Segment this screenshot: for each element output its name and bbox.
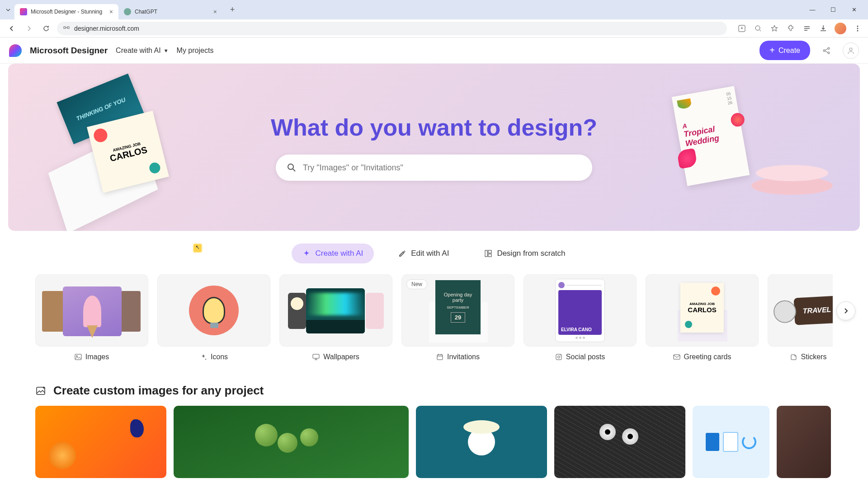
search-box[interactable]: [276, 155, 592, 181]
image-sparkle-icon: [35, 385, 47, 397]
svg-rect-21: [488, 250, 491, 253]
bookmark-icon[interactable]: [769, 23, 779, 33]
designer-favicon: [20, 8, 27, 15]
project-card[interactable]: [693, 406, 769, 478]
tropical-wedding-card: 05 15 26 A Tropical Wedding: [672, 86, 750, 186]
svg-point-17: [849, 48, 852, 51]
extensions-icon[interactable]: [786, 23, 796, 33]
category-label: Wallpapers: [323, 353, 359, 361]
brand-name[interactable]: Microsoft Designer: [30, 46, 108, 56]
category-card-stickers[interactable]: TRAVEL Stickers: [768, 274, 833, 367]
designer-logo-icon[interactable]: [9, 44, 22, 57]
svg-rect-0: [64, 27, 66, 28]
tab-title: ChatGPT: [135, 9, 210, 15]
layout-icon: [484, 249, 492, 258]
edit-icon: [398, 249, 406, 258]
reading-list-icon[interactable]: [802, 23, 812, 33]
envelope-icon: [673, 353, 680, 361]
project-card[interactable]: [416, 406, 547, 478]
hero-banner: THINKING OF YOU AMAZING JOB CARLOS 05 15…: [8, 64, 860, 231]
category-card-wallpapers[interactable]: Wallpapers: [279, 274, 392, 367]
menu-icon[interactable]: [853, 23, 863, 33]
project-card[interactable]: [777, 406, 831, 478]
create-button[interactable]: + Create: [760, 41, 810, 60]
category-label: Invitations: [447, 353, 480, 361]
sticker-icon: [790, 353, 797, 361]
project-card[interactable]: [35, 406, 166, 478]
url-bar[interactable]: designer.microsoft.com: [57, 22, 727, 35]
category-card-social-posts[interactable]: ELVIRA CANO Social posts: [524, 274, 637, 367]
cursor-highlight: [193, 244, 202, 252]
share-icon[interactable]: [818, 42, 835, 59]
category-label: Stickers: [801, 353, 827, 361]
tab-label: Edit with AI: [411, 249, 449, 258]
svg-point-10: [857, 28, 859, 29]
tab-label: Design from scratch: [497, 249, 565, 258]
svg-rect-22: [488, 254, 491, 257]
svg-point-11: [857, 30, 859, 31]
hero-art-right: 05 15 26 A Tropical Wedding: [670, 91, 833, 208]
my-projects-link[interactable]: My projects: [177, 47, 214, 55]
svg-line-15: [825, 49, 828, 50]
nav-label: Create with AI: [116, 47, 161, 55]
browser-tab-active[interactable]: Microsoft Designer - Stunning ×: [14, 4, 118, 19]
profile-avatar[interactable]: [835, 23, 846, 34]
tab-search-dropdown[interactable]: [4, 5, 13, 14]
account-icon[interactable]: [843, 42, 859, 59]
project-card[interactable]: [174, 406, 409, 478]
category-next-button[interactable]: [836, 301, 855, 320]
forward-button[interactable]: [23, 22, 35, 35]
category-label: Images: [85, 353, 109, 361]
browser-tab-inactive[interactable]: ChatGPT ×: [118, 4, 222, 19]
site-info-icon[interactable]: [63, 24, 70, 32]
svg-rect-25: [313, 354, 319, 358]
svg-rect-1: [67, 27, 69, 28]
category-card-greeting-cards[interactable]: AMAZING JOBCARLOS Greeting cards: [646, 274, 759, 367]
close-tab-icon[interactable]: ×: [213, 8, 217, 15]
category-label: Social posts: [566, 353, 605, 361]
sparkle-icon: [200, 353, 207, 361]
category-card-invitations[interactable]: New Opening day partySEPTEMBER29 Invitat…: [401, 274, 514, 367]
svg-point-34: [560, 355, 561, 356]
close-tab-icon[interactable]: ×: [109, 8, 113, 15]
zoom-icon[interactable]: [753, 23, 763, 33]
tab-design-from-scratch[interactable]: Design from scratch: [473, 244, 576, 263]
mode-tab-row: Create with AI Edit with AI Design from …: [8, 231, 860, 274]
create-with-ai-dropdown[interactable]: Create with AI ▼: [116, 47, 169, 55]
minimize-button[interactable]: —: [806, 3, 819, 17]
svg-point-4: [755, 26, 760, 30]
url-text: designer.microsoft.com: [74, 25, 139, 32]
search-icon: [287, 163, 297, 173]
category-card-icons[interactable]: Icons: [157, 274, 270, 367]
tab-edit-with-ai[interactable]: Edit with AI: [387, 244, 460, 263]
browser-address-bar: designer.microsoft.com: [0, 19, 868, 38]
downloads-icon[interactable]: [818, 23, 828, 33]
plus-icon: +: [769, 45, 775, 56]
hero-art-left: THINKING OF YOU AMAZING JOB CARLOS: [44, 86, 189, 217]
install-app-icon[interactable]: [737, 23, 747, 33]
svg-point-12: [823, 50, 825, 52]
search-input[interactable]: [303, 163, 581, 173]
monitor-icon: [312, 353, 320, 361]
close-window-button[interactable]: ✕: [847, 3, 861, 17]
new-tab-button[interactable]: +: [226, 4, 239, 16]
image-icon: [75, 353, 82, 361]
svg-point-18: [288, 164, 293, 169]
tab-create-with-ai[interactable]: Create with AI: [292, 244, 374, 263]
svg-rect-28: [437, 355, 443, 360]
reload-button[interactable]: [40, 22, 52, 35]
svg-rect-23: [75, 354, 81, 360]
hero-title: What do you want to design?: [271, 114, 597, 141]
category-row: Images Icons Wallpapers New Opening day …: [35, 274, 833, 367]
svg-point-13: [828, 47, 830, 49]
back-button[interactable]: [5, 22, 18, 35]
travel-sticker: TRAVEL: [793, 296, 833, 325]
svg-point-14: [828, 52, 830, 54]
maximize-button[interactable]: ☐: [826, 3, 840, 17]
category-card-images[interactable]: Images: [35, 274, 148, 367]
category-label: Greeting cards: [684, 353, 731, 361]
svg-line-19: [293, 169, 295, 171]
chatgpt-favicon: [124, 8, 131, 15]
tab-title: Microsoft Designer - Stunning: [31, 9, 106, 15]
project-card[interactable]: [554, 406, 685, 478]
